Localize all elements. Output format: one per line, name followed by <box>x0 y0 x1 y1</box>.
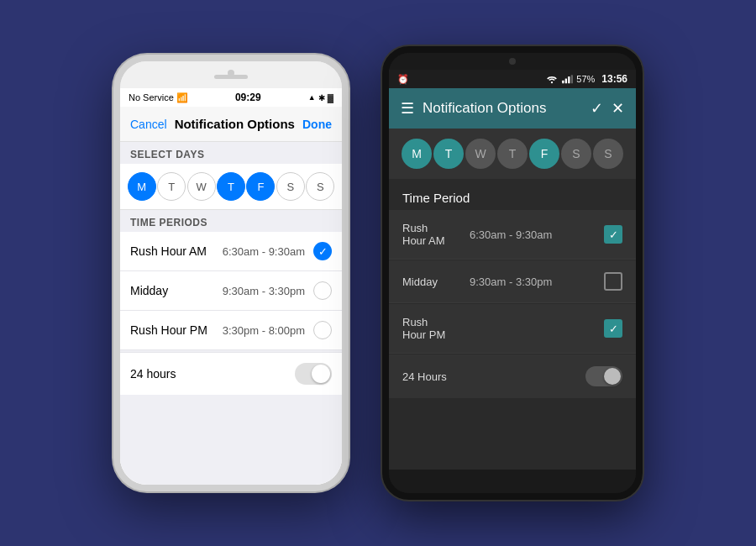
status-left: No Service 📶 <box>129 92 188 103</box>
android-top <box>389 53 636 70</box>
svg-point-0 <box>551 81 553 83</box>
check-icon[interactable]: ✓ <box>591 99 603 118</box>
location-icon: ▲ <box>308 93 316 102</box>
signal-icon <box>561 74 573 84</box>
android-day-W[interactable]: W <box>465 139 496 169</box>
rush-am-label: Rush Hour AM <box>130 244 223 258</box>
time-row-midday[interactable]: Midday 9:30am - 3:30pm <box>120 271 342 311</box>
iphone-device: No Service 📶 09:29 ▲ ✱ ▓ Cancel Notifica… <box>113 55 349 491</box>
day-T1[interactable]: T <box>157 172 186 201</box>
android-day-S1[interactable]: S <box>561 139 591 169</box>
midday-checkbox[interactable] <box>313 281 332 300</box>
android-rush-am-row[interactable]: RushHour AM 6:30am - 9:30am ✓ <box>389 210 636 260</box>
battery-percent: 57% <box>576 74 595 84</box>
time-row-rush-pm[interactable]: Rush Hour PM 3:30pm - 8:00pm <box>120 311 342 350</box>
android-bottom <box>389 470 636 493</box>
close-icon[interactable]: ✕ <box>612 99 624 118</box>
phones-container: No Service 📶 09:29 ▲ ✱ ▓ Cancel Notifica… <box>113 46 643 500</box>
day-S2[interactable]: S <box>306 172 334 201</box>
android-midday-checkbox[interactable] <box>604 272 622 291</box>
android-rush-pm-row[interactable]: RushHour PM ✓ <box>389 304 636 354</box>
cancel-button[interactable]: Cancel <box>130 118 167 131</box>
iphone-content: Select Days M T W T F S S Time Periods R… <box>120 142 342 485</box>
svg-rect-1 <box>562 81 564 84</box>
iphone-speaker <box>214 75 248 79</box>
toolbar-title: Notification Options <box>423 100 582 117</box>
svg-rect-2 <box>565 78 567 83</box>
android-status-bar: ⏰ 57% 13:56 <box>389 70 636 88</box>
rush-pm-range: 3:30pm - 8:00pm <box>223 324 305 337</box>
day-W[interactable]: W <box>187 172 216 201</box>
done-button[interactable]: Done <box>302 118 332 131</box>
ios-days-row: M T W T F S S <box>120 164 342 210</box>
iphone-status-bar: No Service 📶 09:29 ▲ ✱ ▓ <box>120 88 342 107</box>
status-right: ▲ ✱ ▓ <box>308 93 333 102</box>
android-content: M T W T F S S Time Period RushHour AM 6:… <box>389 129 636 470</box>
android-toolbar: ☰ Notification Options ✓ ✕ <box>389 88 636 129</box>
24h-toggle[interactable] <box>295 363 332 385</box>
rush-pm-label: Rush Hour PM <box>130 323 223 337</box>
nav-title: Notification Options <box>175 117 295 131</box>
android-24h-label: 24 Hours <box>402 370 585 383</box>
android-day-T2[interactable]: T <box>497 139 528 169</box>
battery-icon: ▓ <box>328 93 333 102</box>
rush-am-range: 6:30am - 9:30am <box>223 245 305 258</box>
android-days-row: M T W T F S S <box>389 129 636 179</box>
rush-pm-checkbox[interactable] <box>313 321 332 339</box>
android-24h-row[interactable]: 24 Hours <box>389 354 636 398</box>
day-F[interactable]: F <box>246 172 275 201</box>
android-toggle-thumb <box>604 368 621 385</box>
android-camera <box>509 58 516 65</box>
bluetooth-icon: ✱ <box>318 93 325 102</box>
iphone-top <box>120 61 342 88</box>
menu-icon[interactable]: ☰ <box>401 99 414 118</box>
time-period-header: Time Period <box>389 181 636 210</box>
day-S1[interactable]: S <box>276 172 305 201</box>
android-day-S2[interactable]: S <box>593 139 623 169</box>
wifi-icon: 📶 <box>176 92 188 103</box>
iphone-screen: No Service 📶 09:29 ▲ ✱ ▓ Cancel Notifica… <box>120 88 342 485</box>
android-rush-pm-label: RushHour PM <box>402 316 470 341</box>
24h-label: 24 hours <box>130 367 295 381</box>
android-screen: ⏰ 57% 13:56 ☰ Notification Options <box>389 70 636 470</box>
select-days-header: Select Days <box>120 142 342 164</box>
android-time: 13:56 <box>601 73 627 85</box>
svg-rect-3 <box>568 76 570 83</box>
wifi-icon <box>546 74 558 84</box>
android-rush-am-range: 6:30am - 9:30am <box>470 228 604 241</box>
alarm-icon: ⏰ <box>397 74 409 85</box>
android-midday-label: Midday <box>402 276 470 288</box>
ios-24h-row[interactable]: 24 hours <box>120 352 342 395</box>
ios-time-section: Rush Hour AM 6:30am - 9:30am ✓ Midday 9:… <box>120 232 342 350</box>
android-midday-range: 9:30am - 3:30pm <box>470 276 604 288</box>
android-device: ⏰ 57% 13:56 ☰ Notification Options <box>382 46 643 500</box>
time-row-rush-am[interactable]: Rush Hour AM 6:30am - 9:30am ✓ <box>120 232 342 271</box>
android-day-F[interactable]: F <box>529 139 559 169</box>
iphone-nav-bar: Cancel Notification Options Done <box>120 107 342 142</box>
midday-label: Midday <box>130 284 223 297</box>
svg-rect-4 <box>571 75 573 83</box>
rush-am-checkbox[interactable]: ✓ <box>313 242 332 260</box>
time-periods-header: Time Periods <box>120 210 342 232</box>
day-T2[interactable]: T <box>217 172 245 201</box>
android-rush-am-checkbox[interactable]: ✓ <box>604 225 622 244</box>
toggle-thumb <box>312 365 330 383</box>
android-midday-row[interactable]: Midday 9:30am - 3:30pm <box>389 260 636 303</box>
android-rush-am-label: RushHour AM <box>402 222 470 247</box>
android-24h-toggle[interactable] <box>585 366 622 386</box>
android-day-M[interactable]: M <box>402 139 432 169</box>
android-rush-pm-checkbox[interactable]: ✓ <box>604 319 622 338</box>
midday-range: 9:30am - 3:30pm <box>223 285 305 297</box>
android-day-T1[interactable]: T <box>433 139 464 169</box>
day-M[interactable]: M <box>128 172 156 201</box>
no-service-text: No Service <box>129 92 174 102</box>
iphone-time: 09:29 <box>235 92 261 103</box>
